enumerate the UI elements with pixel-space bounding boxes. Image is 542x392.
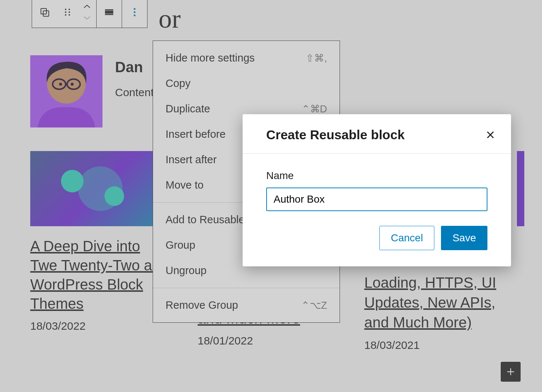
post-card[interactable]: Loading, HTTPS, UI Updates, New APIs, an… — [364, 273, 512, 351]
add-block-button[interactable] — [501, 362, 521, 382]
svg-point-6 — [65, 14, 66, 16]
svg-rect-1 — [43, 11, 49, 16]
create-reusable-block-dialog: Create Reusable block Name Cancel Save — [243, 114, 511, 266]
block-toolbar — [32, 0, 147, 28]
menu-label: Move to — [166, 179, 204, 191]
svg-point-12 — [134, 11, 136, 13]
page-title-fragment: or — [159, 4, 181, 34]
menu-shortcut: ⌃⌥Z — [301, 300, 327, 311]
name-field[interactable] — [266, 188, 487, 211]
dialog-title: Create Reusable block — [266, 127, 404, 142]
menu-shortcut: ⇧⌘, — [306, 52, 327, 64]
save-button[interactable]: Save — [441, 226, 487, 250]
post-title-link[interactable]: A Deep Dive into Twe Twenty-Two and Word… — [30, 237, 170, 313]
svg-rect-0 — [41, 8, 46, 14]
menu-label: Insert after — [166, 154, 217, 166]
svg-point-2 — [65, 9, 66, 10]
menu-label: Hide more settings — [166, 52, 255, 64]
chevron-up-icon[interactable] — [83, 4, 91, 9]
close-icon[interactable] — [483, 127, 498, 142]
svg-point-20 — [71, 83, 74, 85]
svg-point-3 — [69, 9, 70, 10]
drag-handle-icon[interactable] — [57, 0, 78, 28]
name-field-label: Name — [266, 170, 487, 182]
menu-item-remove-group[interactable]: Remove Group ⌃⌥Z — [153, 293, 340, 318]
menu-shortcut: ⌃⌘D — [302, 103, 327, 115]
svg-point-13 — [134, 14, 136, 16]
align-icon[interactable] — [97, 0, 122, 28]
menu-label: Remove Group — [166, 299, 238, 311]
menu-label: Add to Reusable b — [166, 214, 254, 226]
svg-point-4 — [65, 11, 66, 13]
svg-point-11 — [134, 8, 136, 10]
menu-item-hide-settings[interactable]: Hide more settings ⇧⌘, — [153, 45, 340, 71]
post-thumbnail — [30, 151, 170, 226]
menu-label: Copy — [166, 77, 191, 90]
menu-label: Duplicate — [166, 103, 210, 115]
menu-label: Group — [166, 239, 195, 251]
post-date: 18/03/2022 — [30, 320, 170, 332]
cancel-button[interactable]: Cancel — [379, 226, 434, 250]
avatar — [30, 55, 103, 127]
svg-point-19 — [59, 83, 62, 85]
chevron-down-icon[interactable] — [83, 15, 91, 20]
author-bio: Content — [115, 86, 154, 99]
post-title-link[interactable]: Loading, HTTPS, UI Updates, New APIs, an… — [364, 273, 512, 332]
more-vertical-icon[interactable] — [122, 0, 147, 28]
svg-point-5 — [69, 11, 70, 13]
move-arrows[interactable] — [78, 0, 96, 28]
post-date: 18/01/2022 — [198, 335, 330, 347]
post-date: 18/03/2021 — [364, 339, 512, 351]
group-icon[interactable] — [32, 0, 57, 28]
menu-label: Insert before — [166, 128, 226, 140]
post-thumbnail-edge — [517, 151, 524, 226]
author-name: Dan — [115, 59, 143, 76]
post-card[interactable]: A Deep Dive into Twe Twenty-Two and Word… — [30, 151, 170, 332]
menu-label: Ungroup — [166, 265, 206, 277]
svg-point-7 — [69, 14, 70, 16]
menu-item-copy[interactable]: Copy — [153, 71, 340, 96]
